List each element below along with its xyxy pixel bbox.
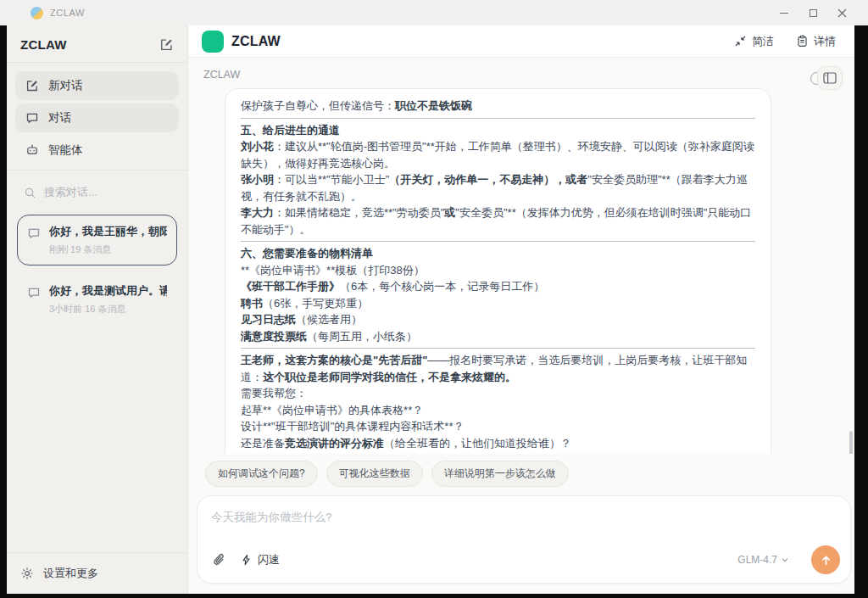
conversation-item[interactable]: 你好，我是王丽华，朝阳区...刚刚 19 条消息	[17, 215, 177, 265]
suggestion-chip[interactable]: 如何调试这个问题?	[205, 461, 318, 487]
close-icon	[837, 8, 847, 18]
details-button[interactable]: 详情	[796, 34, 836, 49]
sidebar-nav: 新对话对话智能体	[7, 63, 187, 170]
maximize-button[interactable]	[798, 3, 827, 23]
lightning-icon	[241, 554, 253, 566]
message-paragraph: **《岗位申请书》**模板（打印38份）	[241, 262, 755, 279]
header-actions: 简洁 详情	[734, 34, 836, 49]
window-titlebar: ZCLAW	[0, 0, 868, 25]
suggestion-chip[interactable]: 详细说明第一步该怎么做	[431, 461, 569, 487]
clipboard-icon	[796, 35, 809, 48]
suggestion-chip[interactable]: 可视化这些数据	[326, 461, 423, 487]
message-paragraph: 设计**"班干部培训"的具体课程内容和话术**？	[241, 418, 755, 435]
message-paragraph: 起草**《岗位申请书》的具体表格**？	[241, 402, 755, 419]
nav-conversations[interactable]: 对话	[15, 103, 179, 132]
message-paragraph: 五、给后进生的通道	[241, 122, 755, 139]
side-panel-icon	[823, 72, 837, 84]
paperclip-icon	[211, 552, 227, 568]
window-title: ZCLAW	[50, 8, 85, 18]
search-icon	[24, 187, 36, 199]
flash-mode-label: 闪速	[258, 552, 280, 567]
assistant-message-card: 保护孩子自尊心，但传递信号：职位不是铁饭碗五、给后进生的通道刘小花：建议从**"…	[225, 88, 771, 454]
compose-icon	[25, 79, 39, 92]
message-divider	[241, 241, 755, 242]
nav-new-chat[interactable]: 新对话	[15, 71, 179, 100]
chat-icon	[25, 111, 39, 125]
message-paragraph: 需要我帮您：	[241, 385, 755, 402]
message-paragraph: 《班干部工作手册》（6本，每个核心岗一本，记录每日工作）	[241, 278, 755, 295]
suggestion-chips: 如何调试这个问题?可视化这些数据详细说明第一步该怎么做	[205, 461, 854, 487]
message-sender: ZCLAW	[203, 69, 854, 81]
composer-placeholder: 今天我能为你做些什么?	[211, 510, 837, 525]
model-selector[interactable]: GLM-4.7	[737, 554, 789, 566]
nav-conversations-label: 对话	[48, 110, 71, 126]
composer-toolbar: 闪速 GLM-4.7	[211, 545, 840, 574]
nav-agents[interactable]: 智能体	[15, 136, 179, 165]
message-paragraph: 刘小花：建议从**"轮值岗-图书管理员"**开始，工作简单（整理书）、环境安静、…	[241, 138, 755, 171]
message-divider	[241, 348, 755, 349]
message-paragraph: 还是准备竞选演讲的评分标准（给全班看的，让他们知道投给谁）？	[241, 435, 755, 452]
conversation-title: 你好，我是测试用户。请确...	[49, 283, 167, 299]
compact-mode-label: 简洁	[752, 34, 774, 49]
message-paragraph: 满意度投票纸（每周五用，小纸条）	[241, 328, 755, 345]
app-logo-icon	[31, 7, 43, 20]
conversation-title: 你好，我是王丽华，朝阳区...	[49, 224, 167, 239]
message-paragraph: 张小明：可以当**"节能小卫士"（开关灯，动作单一，不易走神），或者"安全委员助…	[241, 171, 755, 204]
search-placeholder: 搜索对话...	[44, 185, 97, 200]
message-paragraph: 见习日志纸（候选者用）	[241, 311, 755, 328]
conversation-list: 你好，我是王丽华，朝阳区...刚刚 19 条消息你好，我是测试用户。请确...3…	[7, 211, 187, 328]
nav-agents-label: 智能体	[48, 143, 83, 158]
toggle-panel-button[interactable]	[817, 66, 843, 90]
chevron-down-icon	[781, 556, 789, 564]
app-window: ZCLAW 新对话对话智能体 搜索对话... 你好，我是王丽华，朝阳区...刚刚…	[7, 25, 854, 594]
model-name: GLM-4.7	[737, 554, 777, 566]
minimize-button[interactable]	[770, 3, 798, 23]
sidebar: ZCLAW 新对话对话智能体 搜索对话... 你好，我是王丽华，朝阳区...刚刚…	[7, 25, 188, 594]
message-paragraph: 王老师，这套方案的核心是"先苦后甜"——报名时要写承诺，当选后要培训，上岗后要考…	[241, 352, 755, 385]
details-label: 详情	[814, 34, 836, 49]
settings-button[interactable]: 设置和更多	[7, 552, 187, 594]
message-paragraph: 李大力：如果情绪稳定，竞选**"劳动委员"或"安全委员"**（发挥体力优势，但必…	[241, 204, 755, 238]
scrollbar-thumb[interactable]	[849, 431, 853, 454]
message-paragraph: 六、您需要准备的物料清单	[241, 245, 755, 262]
floating-controls	[810, 66, 843, 90]
sidebar-title: ZCLAW	[20, 37, 67, 52]
settings-label: 设置和更多	[43, 566, 98, 581]
chat-header: ZCLAW 简洁 详情	[188, 25, 854, 58]
robot-icon	[25, 143, 39, 157]
main-area: ZCLAW 简洁 详情	[188, 25, 854, 594]
compact-mode-button[interactable]: 简洁	[734, 34, 774, 49]
gear-icon	[20, 567, 34, 580]
message-paragraph: 您随时说！💪	[241, 451, 755, 454]
flash-mode-button[interactable]: 闪速	[241, 552, 280, 567]
conversation-item[interactable]: 你好，我是测试用户。请确...3小时前 16 条消息	[17, 274, 177, 325]
composer[interactable]: 今天我能为你做些什么? 闪速 GLM-4.7	[197, 495, 851, 584]
chat-bubble-icon	[27, 226, 41, 240]
new-chat-icon[interactable]	[159, 37, 174, 52]
conversation-meta: 3小时前 16 条消息	[49, 303, 167, 316]
message-paragraph: 聘书（6张，手写更郑重）	[241, 295, 755, 312]
nav-new-chat-label: 新对话	[48, 78, 83, 93]
collapse-arrows-icon	[734, 35, 747, 48]
conversation-meta: 刚刚 19 条消息	[49, 243, 167, 256]
close-button[interactable]	[827, 3, 856, 23]
brand-logo-icon	[202, 31, 224, 53]
arrow-up-icon	[820, 554, 832, 567]
attach-file-button[interactable]	[211, 552, 227, 568]
search-input[interactable]: 搜索对话...	[19, 179, 175, 206]
message-divider	[241, 118, 755, 119]
window-controls	[770, 3, 868, 23]
chat-scroll-area[interactable]: ZCLAW 保护孩子自尊心，但传递信号：职位不是铁饭碗五、给后进生的通道刘小花：…	[188, 58, 854, 454]
chat-bubble-icon	[27, 286, 41, 299]
brand-name: ZCLAW	[231, 34, 281, 49]
sidebar-header: ZCLAW	[7, 25, 187, 62]
divider	[7, 170, 187, 170]
message-paragraph: 保护孩子自尊心，但传递信号：职位不是铁饭碗	[241, 98, 755, 115]
send-button[interactable]	[811, 545, 840, 574]
